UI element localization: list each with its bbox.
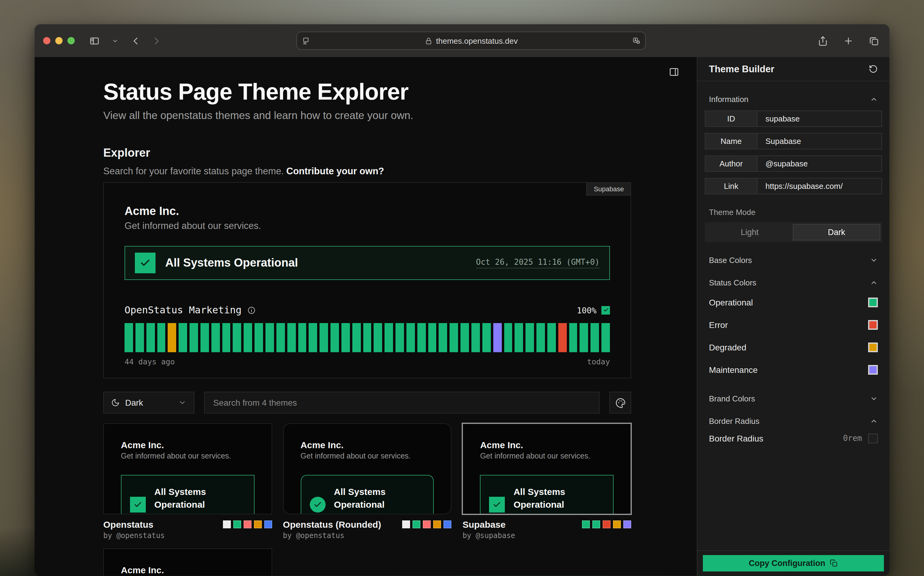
contribute-link[interactable]: Contribute your own? bbox=[287, 166, 384, 176]
uptime-bar-day25-operational[interactable] bbox=[385, 323, 393, 352]
minimize-window-button[interactable] bbox=[55, 37, 62, 44]
uptime-bar-day40-operational[interactable] bbox=[548, 323, 556, 352]
uptime-bar-day41-error[interactable] bbox=[558, 323, 567, 352]
uptime-bar-day4-operational[interactable] bbox=[157, 323, 165, 352]
info-icon[interactable] bbox=[247, 306, 255, 314]
info-field-value[interactable]: @supabase bbox=[757, 156, 881, 171]
translate-icon[interactable] bbox=[633, 37, 640, 45]
uptime-bar-day45-operational[interactable] bbox=[601, 323, 610, 352]
status-color-swatch-error[interactable] bbox=[868, 320, 878, 330]
uptime-bar-day14-operational[interactable] bbox=[266, 323, 274, 352]
status-timestamp[interactable]: Oct 26, 2025 11:16 (GMT+0) bbox=[476, 258, 600, 269]
uptime-bar-day21-operational[interactable] bbox=[341, 323, 350, 352]
uptime-bar-day39-operational[interactable] bbox=[536, 323, 545, 352]
uptime-bar-day43-operational[interactable] bbox=[580, 323, 588, 352]
uptime-bar-day1-operational[interactable] bbox=[125, 323, 133, 352]
status-color-swatch-operational[interactable] bbox=[868, 297, 878, 307]
uptime-bar-day16-operational[interactable] bbox=[287, 323, 296, 352]
uptime-bar-day10-operational[interactable] bbox=[222, 323, 231, 352]
monitor-name: OpenStatus Marketing bbox=[125, 304, 242, 316]
uptime-bar-day6-operational[interactable] bbox=[179, 323, 187, 352]
uptime-bar-day30-operational[interactable] bbox=[439, 323, 447, 352]
uptime-bar-day11-operational[interactable] bbox=[233, 323, 242, 352]
uptime-bar-day42-operational[interactable] bbox=[569, 323, 577, 352]
information-fields: IDsupabaseNameSupabaseAuthor@supabaseLin… bbox=[703, 110, 884, 194]
uptime-bar-day28-operational[interactable] bbox=[417, 323, 426, 352]
uptime-bar-day17-operational[interactable] bbox=[298, 323, 306, 352]
theme-mode-dropdown[interactable]: Dark bbox=[103, 392, 194, 414]
sidebar-chevron-icon[interactable] bbox=[107, 34, 122, 48]
page-title: Status Page Theme Explorer bbox=[103, 78, 631, 106]
panel-right-toggle-icon[interactable] bbox=[666, 64, 681, 79]
uptime-bar-day27-operational[interactable] bbox=[407, 323, 415, 352]
status-color-swatch-degraded[interactable] bbox=[868, 342, 878, 352]
uptime-bar-day31-operational[interactable] bbox=[450, 323, 458, 352]
theme-mode-option-light[interactable]: Light bbox=[706, 224, 793, 240]
close-window-button[interactable] bbox=[43, 37, 50, 44]
forward-button[interactable] bbox=[149, 34, 163, 48]
theme-card-supabase[interactable]: Acme Inc.Get informed about our services… bbox=[463, 423, 631, 540]
section-border-radius[interactable]: Border Radius bbox=[703, 417, 884, 426]
uptime-bar-day32-operational[interactable] bbox=[461, 323, 469, 352]
uptime-bar-day19-operational[interactable] bbox=[320, 323, 328, 352]
section-information-label: Information bbox=[709, 95, 748, 104]
theme-swatches bbox=[402, 520, 452, 528]
sidebar-toggle-icon[interactable] bbox=[87, 34, 101, 48]
section-status-colors[interactable]: Status Colors bbox=[703, 278, 884, 287]
border-radius-input[interactable] bbox=[868, 433, 878, 443]
uptime-bar-day24-operational[interactable] bbox=[374, 323, 383, 352]
theme-search-input[interactable] bbox=[204, 392, 600, 414]
page-format-icon[interactable] bbox=[302, 37, 310, 45]
uptime-bar-day9-operational[interactable] bbox=[211, 323, 220, 352]
uptime-bar-day20-operational[interactable] bbox=[330, 323, 339, 352]
section-base-colors[interactable]: Base Colors bbox=[703, 256, 884, 265]
uptime-bar-day29-operational[interactable] bbox=[428, 323, 437, 352]
theme-card-partial[interactable]: Acme Inc.Get informed about our services… bbox=[103, 548, 272, 576]
info-field-value[interactable]: supabase bbox=[757, 111, 881, 126]
theme-preview: Acme Inc.Get informed about our services… bbox=[463, 423, 631, 514]
uptime-bar-day8-operational[interactable] bbox=[200, 323, 209, 352]
reset-icon[interactable] bbox=[869, 64, 878, 74]
tab-overview-icon[interactable] bbox=[866, 34, 881, 48]
section-information[interactable]: Information bbox=[703, 95, 884, 104]
uptime-bar-day22-operational[interactable] bbox=[352, 323, 360, 352]
uptime-bar-day7-operational[interactable] bbox=[189, 323, 198, 352]
status-color-swatch-maintenance[interactable] bbox=[868, 365, 878, 374]
uptime-bar-day5-degraded[interactable] bbox=[168, 323, 176, 352]
info-field-value[interactable]: Supabase bbox=[757, 134, 881, 149]
uptime-bar-day36-operational[interactable] bbox=[504, 323, 512, 352]
uptime-bar-day12-operational[interactable] bbox=[244, 323, 252, 352]
info-field-value[interactable]: https://supabase.com/ bbox=[757, 179, 881, 194]
palette-button[interactable] bbox=[609, 392, 631, 414]
copy-configuration-button[interactable]: Copy Configuration bbox=[703, 555, 884, 571]
theme-card-openstatus-rounded[interactable]: Acme Inc.Get informed about our services… bbox=[283, 423, 452, 540]
preview-org-tagline: Get informed about our services. bbox=[300, 452, 434, 460]
uptime-bar-day35-maintenance[interactable] bbox=[493, 323, 501, 352]
share-icon[interactable] bbox=[815, 34, 830, 48]
check-icon bbox=[130, 497, 146, 512]
uptime-bar-day15-operational[interactable] bbox=[276, 323, 285, 352]
uptime-bar-day44-operational[interactable] bbox=[591, 323, 599, 352]
theme-name: Openstatus (Rounded) bbox=[283, 519, 381, 530]
uptime-bar-day18-operational[interactable] bbox=[309, 323, 317, 352]
back-button[interactable] bbox=[128, 34, 143, 48]
uptime-bar-day3-operational[interactable] bbox=[146, 323, 155, 352]
section-brand-colors[interactable]: Brand Colors bbox=[703, 394, 884, 403]
address-bar[interactable]: themes.openstatus.dev bbox=[296, 32, 646, 50]
theme-mode-option-dark[interactable]: Dark bbox=[793, 224, 880, 240]
uptime-bar-day37-operational[interactable] bbox=[515, 323, 524, 352]
info-field-author: Author@supabase bbox=[705, 155, 882, 172]
color-swatch bbox=[233, 520, 241, 528]
uptime-bar-day34-operational[interactable] bbox=[482, 323, 491, 352]
theme-card-openstatus[interactable]: Acme Inc.Get informed about our services… bbox=[103, 423, 272, 540]
uptime-bar-day13-operational[interactable] bbox=[255, 323, 263, 352]
zoom-window-button[interactable] bbox=[67, 37, 75, 44]
preview-status-text: All Systems Operational bbox=[334, 485, 413, 511]
uptime-bar-day2-operational[interactable] bbox=[136, 323, 144, 352]
uptime-bar-day23-operational[interactable] bbox=[363, 323, 372, 352]
uptime-bar-day33-operational[interactable] bbox=[471, 323, 480, 352]
uptime-bar-day38-operational[interactable] bbox=[525, 323, 534, 352]
theme-card-meta: Openstatus (Rounded)by @openstatus bbox=[283, 519, 452, 540]
new-tab-icon[interactable] bbox=[841, 34, 855, 48]
uptime-bar-day26-operational[interactable] bbox=[396, 323, 404, 352]
